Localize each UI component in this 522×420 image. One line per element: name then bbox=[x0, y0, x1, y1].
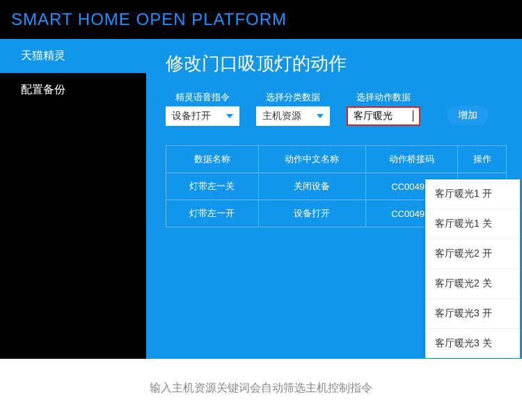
cell-name: 灯带左一关 bbox=[166, 173, 259, 200]
col-name: 数据名称 bbox=[166, 146, 259, 173]
dropdown-option[interactable]: 客厅暖光1 开 bbox=[425, 179, 520, 209]
voice-label: 精灵语音指令 bbox=[166, 91, 239, 104]
dropdown-option[interactable]: 客厅暖光1 关 bbox=[425, 209, 520, 239]
sidebar-item-label: 天猫精灵 bbox=[21, 49, 65, 61]
dropdown-option[interactable]: 客厅暖光3 关 bbox=[425, 329, 520, 358]
app-header: SMART HOME OPEN PLATFORM bbox=[0, 0, 522, 39]
col-code: 动作桥接码 bbox=[365, 146, 458, 173]
voice-select[interactable]: 设备打开 bbox=[166, 106, 239, 126]
page-title: 修改门口吸顶灯的动作 bbox=[166, 51, 507, 76]
action-input[interactable] bbox=[354, 111, 408, 122]
add-button[interactable]: 增加 bbox=[447, 106, 489, 125]
app-title: SMART HOME OPEN PLATFORM bbox=[11, 10, 287, 29]
chevron-down-icon bbox=[317, 114, 324, 118]
cell-name: 灯带左一开 bbox=[166, 200, 259, 227]
cell-cn: 关闭设备 bbox=[258, 173, 365, 200]
col-op: 操作 bbox=[458, 146, 507, 173]
col-cn: 动作中文名称 bbox=[258, 146, 365, 173]
voice-select-value: 设备打开 bbox=[172, 110, 211, 122]
action-autocomplete-dropdown: 客厅暖光1 开 客厅暖光1 关 客厅暖光2 开 客厅暖光2 关 客厅暖光3 开 … bbox=[425, 179, 520, 358]
page-caption: 输入主机资源关键词会自动筛选主机控制指令 bbox=[0, 359, 522, 403]
category-label: 选择分类数据 bbox=[256, 91, 330, 104]
sidebar: 天猫精灵 配置备份 bbox=[0, 39, 146, 359]
category-select-value: 主机资源 bbox=[262, 110, 301, 122]
sidebar-item-backup[interactable]: 配置备份 bbox=[0, 73, 146, 107]
text-cursor bbox=[413, 111, 413, 122]
cell-cn: 设备打开 bbox=[258, 200, 365, 227]
dropdown-option[interactable]: 客厅暖光2 开 bbox=[425, 239, 520, 269]
form-row: 精灵语音指令 设备打开 选择分类数据 主机资源 选择动作数据 bbox=[166, 91, 507, 126]
chevron-down-icon bbox=[226, 114, 233, 118]
sidebar-item-tmall-genie[interactable]: 天猫精灵 bbox=[0, 39, 146, 73]
category-select[interactable]: 主机资源 bbox=[256, 106, 330, 126]
dropdown-option[interactable]: 客厅暖光3 开 bbox=[425, 299, 520, 329]
action-input-wrapper[interactable] bbox=[347, 106, 420, 126]
action-label: 选择动作数据 bbox=[347, 91, 420, 104]
main-panel: 修改门口吸顶灯的动作 精灵语音指令 设备打开 选择分类数据 主机资源 bbox=[146, 39, 522, 359]
table-header-row: 数据名称 动作中文名称 动作桥接码 操作 bbox=[166, 146, 507, 173]
sidebar-item-label: 配置备份 bbox=[21, 83, 65, 95]
dropdown-option[interactable]: 客厅暖光2 关 bbox=[425, 269, 520, 299]
